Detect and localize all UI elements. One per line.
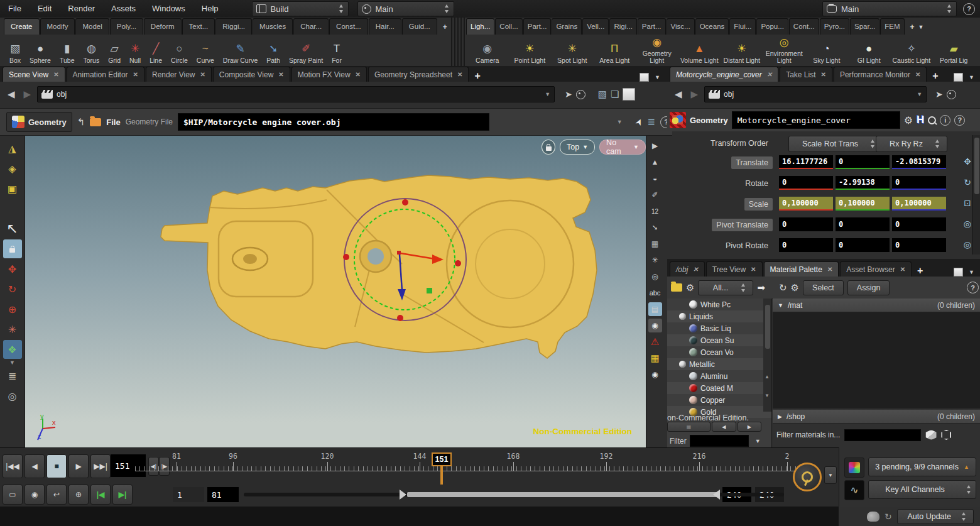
shelf-tool[interactable]: ▧ Box xyxy=(5,35,25,66)
shelf-tool[interactable]: ◔ Sky Light xyxy=(805,35,848,66)
mat-context-header[interactable]: ▼ /mat (0 children) xyxy=(773,299,980,312)
view-torus-icon[interactable]: ◒ xyxy=(648,172,662,185)
playbar-tool-button[interactable]: ⊕ xyxy=(68,485,89,505)
shelf-tool[interactable]: ▰ Portal Lig xyxy=(933,35,976,66)
transport-button[interactable]: ▶ xyxy=(68,454,89,478)
menu-item[interactable]: Assets xyxy=(103,0,144,18)
shelf-tab[interactable]: Cont... xyxy=(789,18,819,35)
shelf-tool[interactable]: ◍ Torus xyxy=(79,35,104,66)
scale-z-field[interactable]: 0,100000 xyxy=(892,197,946,211)
tree-scrollbar[interactable]: ▲ ▼ xyxy=(763,299,771,412)
pane-tab[interactable]: Render View ✕ xyxy=(146,67,212,82)
snapshot-cube-icon[interactable]: ▧ xyxy=(598,89,607,100)
show-components-button[interactable]: ◈ xyxy=(3,159,22,178)
menu-item[interactable]: Windows xyxy=(144,0,193,18)
filter-input[interactable] xyxy=(690,435,749,447)
shelf-tab[interactable]: Part... xyxy=(523,18,552,35)
rotate-x-field[interactable]: 0 xyxy=(779,176,833,190)
shelf-tool[interactable]: ✐ Spray Paint xyxy=(285,35,327,66)
translate-z-field[interactable]: -2.0815379 xyxy=(892,155,946,169)
shelf-stack-button[interactable]: ≣ xyxy=(3,366,22,385)
shelf-tab[interactable]: Part... xyxy=(638,18,666,35)
close-icon[interactable]: ✕ xyxy=(200,71,205,78)
rotate-tool-button[interactable]: ↻ xyxy=(3,280,22,299)
playbar-tool-button[interactable]: ▭ xyxy=(3,485,23,505)
pin-icon[interactable]: ➤ xyxy=(565,89,572,99)
close-icon[interactable]: ✕ xyxy=(693,266,698,273)
material-item[interactable]: Metallic xyxy=(667,358,771,370)
flipbook-reel-button[interactable]: ◎ xyxy=(3,386,22,405)
pane-maximize-icon[interactable] xyxy=(954,73,963,82)
shelf-tool[interactable]: ▱ Grid xyxy=(104,35,125,66)
character-picker-icon[interactable]: ❏ xyxy=(611,89,619,100)
shelf-tab[interactable]: Spar... xyxy=(850,18,879,35)
gear-icon[interactable]: ⚙ xyxy=(904,114,913,126)
shelf-tool[interactable]: ● GI Light xyxy=(848,35,891,66)
location-pin-icon[interactable]: ◉ xyxy=(648,319,662,332)
current-frame-field[interactable]: 151 xyxy=(111,454,146,477)
filter-materials-input[interactable] xyxy=(844,429,921,441)
shelf-tool[interactable]: ✧ Caustic Light xyxy=(890,35,933,66)
select-tool-button[interactable]: ↖ xyxy=(3,219,22,238)
close-icon[interactable]: ✕ xyxy=(821,71,826,78)
range-start-handle[interactable] xyxy=(400,490,406,500)
view-selector-pill[interactable]: Top ▼ xyxy=(560,140,595,155)
pivot-handle-icon[interactable]: ◎ xyxy=(964,239,971,249)
range-start-field[interactable]: 81 xyxy=(207,487,239,502)
dashed-circle-icon[interactable]: ◎ xyxy=(648,270,662,283)
gallery-filter-select[interactable]: All... xyxy=(698,280,753,295)
scroll-down-icon[interactable]: ▼ xyxy=(765,393,770,398)
apply-arrow-icon[interactable]: ➡ xyxy=(757,282,765,293)
pane-tab[interactable]: Animation Editor ✕ xyxy=(67,67,144,82)
shelf-tool[interactable]: ➘ Path xyxy=(262,35,285,66)
pane-tab[interactable]: Performance Monitor ✕ xyxy=(834,67,927,82)
pane-tab[interactable]: Composite View ✕ xyxy=(213,67,290,82)
pin-icon[interactable]: ➤ xyxy=(935,89,943,99)
menu-item[interactable]: Help xyxy=(193,0,227,18)
chevron-down-icon[interactable]: ▼ xyxy=(545,91,550,97)
refresh-icon[interactable]: ↻ xyxy=(779,282,787,293)
pane-maximize-icon[interactable] xyxy=(954,268,963,277)
shelf-tool[interactable]: T For xyxy=(327,35,346,66)
shelf-tool[interactable]: ~ Curve xyxy=(192,35,219,66)
shelf-tab[interactable]: Grains xyxy=(552,18,582,35)
update-mode-select[interactable]: Auto Update xyxy=(897,509,974,524)
material-item[interactable]: Coated M xyxy=(667,382,771,394)
shelf-tab[interactable]: Guid... xyxy=(402,18,437,35)
translate-x-field[interactable]: 16.1177726 xyxy=(779,155,833,169)
chevron-down-icon[interactable]: ▼ xyxy=(752,438,764,444)
close-icon[interactable]: ✕ xyxy=(827,266,832,273)
close-icon[interactable]: ✕ xyxy=(133,71,138,78)
frame-count-icon[interactable]: 12 xyxy=(648,204,662,218)
shelf-tab[interactable]: Rigi... xyxy=(609,18,636,35)
playhead-stem[interactable] xyxy=(440,466,443,485)
shelf-tool[interactable]: ✳ Null xyxy=(125,35,145,66)
shelf-tab[interactable]: Coll... xyxy=(495,18,522,35)
nav-forward-icon[interactable]: ▶ xyxy=(689,89,701,100)
set-key-button[interactable] xyxy=(793,463,822,491)
gear-icon[interactable]: ⚙ xyxy=(791,282,799,293)
follow-focus-icon[interactable] xyxy=(947,90,956,99)
param-scrollbar[interactable] xyxy=(972,135,980,255)
shelf-tab[interactable]: Model xyxy=(75,18,109,35)
curve-edit-icon[interactable]: ➘ xyxy=(648,221,662,234)
shelf-tab[interactable]: Modify xyxy=(40,18,75,35)
houdini-logo-icon[interactable]: H xyxy=(917,114,924,126)
material-item[interactable]: Liquids xyxy=(667,310,771,322)
translate-handle-icon[interactable]: ✥ xyxy=(964,156,971,167)
playbar-tool-button[interactable]: ◉ xyxy=(24,485,45,505)
refresh-icon[interactable]: ↻ xyxy=(885,512,892,522)
shelf-tab[interactable]: Const... xyxy=(329,18,368,35)
folder-icon[interactable] xyxy=(90,118,101,126)
shelf-tab[interactable]: Riggi... xyxy=(215,18,252,35)
search-icon[interactable] xyxy=(928,116,936,124)
channel-scope-icon[interactable]: ∿ xyxy=(844,480,864,500)
pane-tab[interactable]: Material Palette ✕ xyxy=(764,261,839,277)
material-item[interactable]: Basic Liq xyxy=(667,322,771,334)
pending-channels-button[interactable]: 3 pending, 9/9 channels ▲ xyxy=(868,458,976,476)
shelf-tab[interactable]: Vell... xyxy=(582,18,609,35)
scroll-left-icon[interactable]: ◀ xyxy=(712,422,736,432)
scale-y-field[interactable]: 0,100000 xyxy=(836,197,890,211)
follow-focus-icon[interactable] xyxy=(576,90,585,99)
shelf-tool[interactable]: ▲ Volume Light xyxy=(678,35,721,66)
